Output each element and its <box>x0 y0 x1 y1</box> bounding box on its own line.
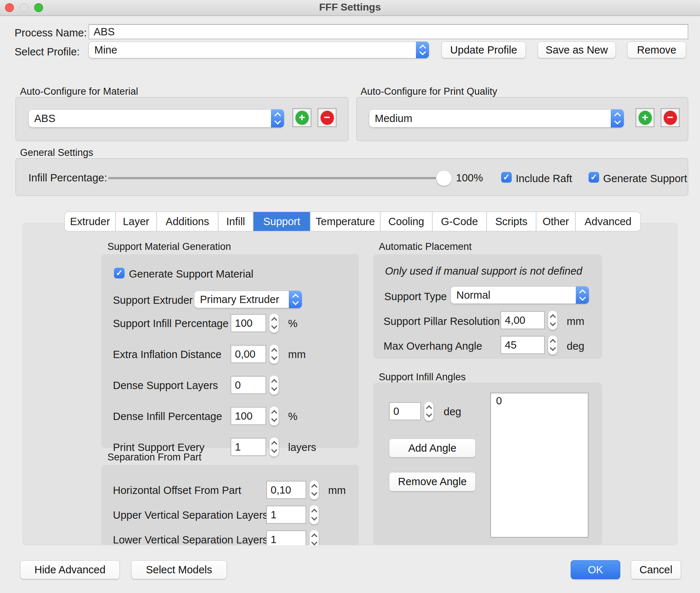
process-name-value: ABS <box>94 26 115 38</box>
unit-label: % <box>288 411 298 423</box>
window-title: FFF Settings <box>0 0 700 15</box>
generate-support-checkbox[interactable]: ✓ <box>589 172 599 182</box>
stepper-control[interactable] <box>269 313 279 333</box>
tab-support[interactable]: Support <box>253 212 311 231</box>
save-as-new-button[interactable]: Save as New <box>538 42 616 58</box>
chevron-up-icon <box>271 348 278 354</box>
angle-list-item[interactable]: 0 <box>491 393 588 408</box>
tab-other[interactable]: Other <box>536 212 576 231</box>
field-value: 1 <box>271 509 276 521</box>
update-profile-button[interactable]: Update Profile <box>441 42 526 58</box>
chevron-down-icon <box>311 539 318 545</box>
chevron-up-icon <box>426 405 432 412</box>
angle-input[interactable]: 0 <box>389 402 421 420</box>
hide-advanced-button[interactable]: Hide Advanced <box>20 560 120 579</box>
chevron-up-icon <box>311 484 318 490</box>
select-models-button[interactable]: Select Models <box>131 560 227 579</box>
field-label: Support Pillar Resolution <box>384 315 500 327</box>
unit-label: mm <box>328 484 346 496</box>
add-angle-button[interactable]: Add Angle <box>389 439 476 457</box>
field-value: 1 <box>271 534 276 546</box>
upper-vertical-separation-input[interactable]: 1 <box>266 506 306 524</box>
chevron-down-icon <box>271 323 278 329</box>
tab-temperature[interactable]: Temperature <box>311 212 381 231</box>
add-material-button[interactable]: + <box>292 108 311 127</box>
include-raft-label: Include Raft <box>516 173 572 185</box>
stepper-control[interactable] <box>269 375 279 395</box>
stepper-control[interactable] <box>269 437 279 457</box>
dense-support-layers-input[interactable]: 0 <box>231 376 266 394</box>
field-label: Dense Infill Percentage <box>113 411 222 423</box>
select-profile-value: Mine <box>89 44 117 56</box>
select-profile-dropdown[interactable]: Mine <box>89 42 429 58</box>
support-extruder-dropdown[interactable]: Primary Extruder <box>194 291 302 308</box>
dense-infill-percentage-input[interactable]: 100 <box>231 407 266 425</box>
placement-title: Automatic Placement <box>379 241 472 252</box>
support-type-dropdown[interactable]: Normal <box>451 286 589 304</box>
chevron-down-icon <box>271 416 278 422</box>
quality-dropdown[interactable]: Medium <box>369 109 624 127</box>
generate-support-material-checkbox[interactable]: ✓ <box>114 268 125 278</box>
support-infill-percentage-input[interactable]: 100 <box>231 314 266 332</box>
infill-slider-knob[interactable] <box>436 170 452 186</box>
tab-infill[interactable]: Infill <box>219 212 253 231</box>
chevron-down-icon <box>311 515 318 521</box>
process-name-label: Process Name: <box>15 27 87 39</box>
unit-label: % <box>288 318 298 330</box>
include-raft-checkbox[interactable]: ✓ <box>501 172 512 182</box>
select-profile-label: Select Profile: <box>15 46 80 58</box>
placement-note: Only used if manual support is not defin… <box>385 265 582 277</box>
tab-extruder[interactable]: Extruder <box>65 212 116 231</box>
support-type-label: Support Type <box>384 291 447 303</box>
title-bar: FFF Settings <box>0 0 700 16</box>
support-generation-title: Support Material Generation <box>107 241 231 252</box>
remove-material-button[interactable]: − <box>318 108 337 127</box>
infill-percentage-label: Infill Percentage: <box>28 172 107 184</box>
tab-scripts[interactable]: Scripts <box>487 212 536 231</box>
chevron-up-icon <box>271 317 278 323</box>
cancel-button[interactable]: Cancel <box>631 560 681 579</box>
field-label: Dense Support Layers <box>113 380 218 392</box>
pillar-resolution-input[interactable]: 4,00 <box>500 311 545 329</box>
infill-angles-title: Support Infill Angles <box>379 372 466 383</box>
plus-icon: + <box>638 111 652 125</box>
placement-box: Only used if manual support is not defin… <box>373 254 602 359</box>
process-name-input[interactable]: ABS <box>89 24 688 39</box>
remove-button[interactable]: Remove <box>627 42 686 58</box>
remove-quality-button[interactable]: − <box>661 108 680 127</box>
add-quality-button[interactable]: + <box>636 108 654 127</box>
ok-button[interactable]: OK <box>571 560 620 579</box>
chevron-up-icon <box>271 410 278 416</box>
horizontal-offset-input[interactable]: 0,10 <box>266 481 306 499</box>
field-value: 0,00 <box>235 348 255 360</box>
field-label: Lower Vertical Separation Layers <box>113 534 268 545</box>
stepper-control[interactable] <box>548 310 558 330</box>
stepper-control[interactable] <box>548 335 558 355</box>
stepper-control[interactable] <box>309 505 319 525</box>
stepper-control[interactable] <box>269 344 279 364</box>
tab-additions[interactable]: Additions <box>157 212 219 231</box>
material-value: ABS <box>28 113 55 125</box>
generate-support-material-label: Generate Support Material <box>129 268 253 280</box>
extra-inflation-distance-input[interactable]: 0,00 <box>231 345 266 363</box>
material-dropdown[interactable]: ABS <box>28 109 284 127</box>
chevron-up-icon <box>271 379 278 385</box>
angles-listbox[interactable]: 0 <box>490 393 589 538</box>
tab-advanced[interactable]: Advanced <box>576 212 640 231</box>
print-support-every-input[interactable]: 1 <box>231 438 266 456</box>
stepper-control[interactable] <box>309 530 319 545</box>
max-overhang-angle-input[interactable]: 45 <box>500 336 545 354</box>
stepper-control[interactable] <box>309 480 319 500</box>
lower-vertical-separation-input[interactable]: 1 <box>266 530 306 545</box>
field-label: Max Overhang Angle <box>384 340 482 352</box>
dropdown-stepper-icon <box>611 109 624 127</box>
tab-gcode[interactable]: G-Code <box>433 212 487 231</box>
stepper-control[interactable] <box>269 406 279 426</box>
remove-angle-button[interactable]: Remove Angle <box>389 472 476 491</box>
chevron-up-icon <box>271 441 278 447</box>
stepper-control[interactable] <box>424 401 434 421</box>
settings-tab-bar: Extruder Layer Additions Infill Support … <box>65 212 640 231</box>
tab-layer[interactable]: Layer <box>116 212 157 231</box>
infill-slider-fill <box>108 177 438 179</box>
tab-cooling[interactable]: Cooling <box>381 212 433 231</box>
